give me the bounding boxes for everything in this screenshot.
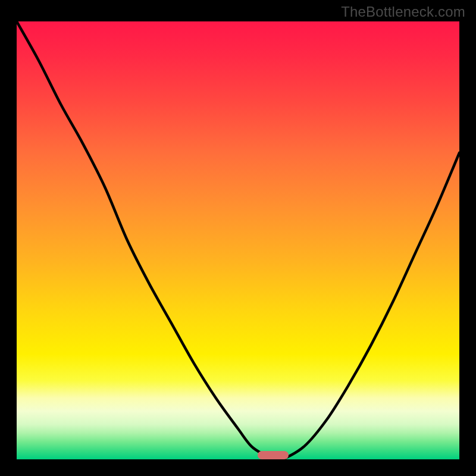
watermark-text: TheBottleneck.com [341, 4, 465, 20]
chart-frame: TheBottleneck.com [0, 0, 476, 476]
bottleneck-curve [17, 21, 459, 459]
plot-area [17, 21, 459, 459]
optimal-marker [258, 451, 289, 459]
